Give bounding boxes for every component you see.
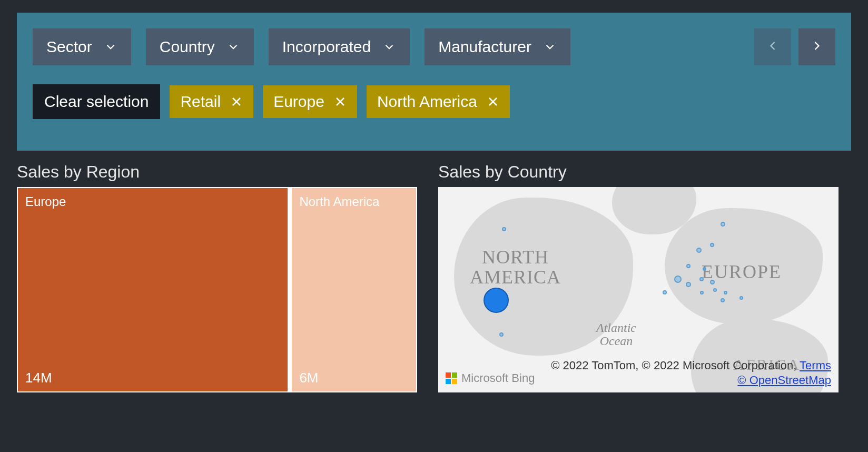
dropdown-sector[interactable]: Sector (33, 28, 131, 65)
treemap-visual: Sales by Region Europe 14M North America… (17, 162, 417, 392)
map-label-atlantic: Atlantic Ocean (596, 321, 636, 348)
close-icon[interactable] (487, 95, 499, 108)
map-bubble[interactable] (499, 332, 504, 337)
map-bubble[interactable] (686, 282, 691, 287)
osm-link[interactable]: © OpenStreetMap (737, 374, 831, 387)
map-bubble[interactable] (724, 291, 727, 294)
chip-label: Europe (273, 93, 324, 111)
filter-dropdown-row: Sector Country Incorporated Manufacturer (33, 28, 835, 65)
treemap-cell-value: 6M (299, 370, 318, 386)
chevron-right-icon (810, 38, 824, 55)
treemap-cell-europe[interactable]: Europe 14M (17, 187, 289, 392)
map-bubble[interactable] (696, 248, 702, 253)
map-bubble[interactable] (703, 267, 706, 271)
chevron-down-icon (104, 40, 117, 54)
map-bubble[interactable] (721, 222, 725, 227)
filter-chip-retail[interactable]: Retail (170, 85, 253, 118)
visuals-row: Sales by Region Europe 14M North America… (17, 162, 851, 392)
map-bubble[interactable] (502, 227, 506, 231)
attribution-text: © 2022 TomTom, © 2022 Microsoft Corporat… (551, 359, 800, 372)
map-bubble[interactable] (713, 288, 717, 292)
microsoft-logo-icon (446, 372, 457, 384)
filter-chip-europe[interactable]: Europe (263, 85, 357, 118)
close-icon[interactable] (230, 95, 243, 108)
prev-button (754, 28, 791, 65)
map-body[interactable]: NORTH AMERICA EUROPE Atlantic Ocean AFRI… (438, 187, 839, 392)
map-bubble[interactable] (674, 276, 682, 283)
chip-label: Retail (180, 93, 221, 111)
chevron-down-icon (382, 40, 396, 54)
treemap-cell-north-america[interactable]: North America 6M (291, 187, 417, 392)
map-attribution: © 2022 TomTom, © 2022 Microsoft Corporat… (551, 358, 831, 387)
filter-nav-arrows (754, 28, 835, 65)
map-bubble[interactable] (721, 298, 725, 302)
map-label-na: NORTH AMERICA (470, 248, 561, 288)
treemap-cell-name: North America (299, 194, 409, 209)
map-visual: Sales by Country NORTH AMERICA EUROPE At… (438, 162, 839, 392)
map-bubble[interactable] (710, 243, 714, 247)
treemap-cell-value: 14M (25, 370, 52, 386)
treemap-title: Sales by Region (17, 162, 417, 182)
map-bubble[interactable] (686, 264, 691, 268)
dropdown-label: Country (160, 38, 215, 56)
clear-selection-button[interactable]: Clear selection (33, 84, 160, 119)
dropdown-label: Incorporated (282, 38, 371, 56)
dropdown-manufacturer[interactable]: Manufacturer (425, 28, 570, 65)
chip-label: North America (377, 93, 477, 111)
terms-link[interactable]: Terms (800, 359, 831, 372)
dropdown-country[interactable]: Country (146, 28, 254, 65)
chevron-down-icon (226, 40, 240, 54)
dropdown-incorporated[interactable]: Incorporated (269, 28, 410, 65)
bing-attribution: Microsoft Bing (446, 371, 535, 385)
filter-chip-north-america[interactable]: North America (367, 85, 510, 118)
close-icon[interactable] (334, 95, 347, 108)
filter-chip-row: Clear selection Retail Europe North Amer… (33, 84, 835, 119)
filter-bar: Sector Country Incorporated Manufacturer (17, 13, 851, 151)
map-bubble[interactable] (710, 280, 715, 284)
treemap-cell-name: Europe (25, 194, 280, 209)
treemap-body[interactable]: Europe 14M North America 6M (17, 187, 417, 392)
map-bubble[interactable] (663, 290, 667, 294)
map-bubble[interactable] (700, 291, 704, 294)
next-button[interactable] (798, 28, 835, 65)
map-bubble[interactable] (699, 277, 704, 281)
chevron-down-icon (543, 40, 557, 54)
map-bubble[interactable] (484, 288, 509, 313)
dropdown-label: Manufacturer (438, 38, 531, 56)
dropdown-label: Sector (46, 38, 92, 56)
chevron-left-icon (765, 38, 780, 55)
bing-label: Microsoft Bing (461, 371, 535, 385)
map-bubble[interactable] (739, 296, 743, 300)
map-title: Sales by Country (438, 162, 839, 182)
